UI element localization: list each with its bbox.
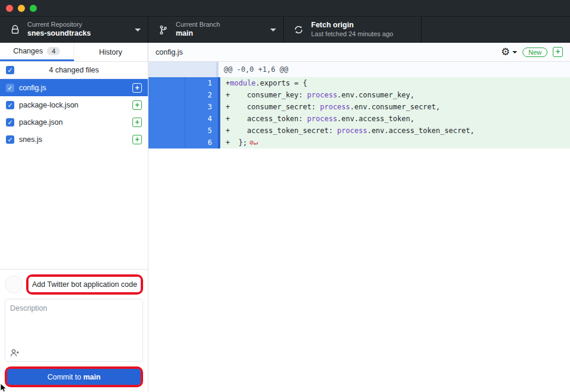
commit-summary-input[interactable] — [28, 277, 141, 292]
file-checkbox[interactable]: ✓ — [6, 84, 14, 92]
diff-line-3[interactable]: 3+ consumer_secret: process.env.consumer… — [148, 101, 570, 113]
sync-icon — [293, 24, 304, 35]
commit-button[interactable]: Commit to main — [7, 369, 141, 385]
old-line-number-gutter — [148, 137, 185, 148]
file-row-package.json[interactable]: ✓package.json+ — [0, 113, 148, 131]
titlebar — [0, 0, 570, 17]
changed-files-header: 4 changed files ✓ — [0, 62, 148, 79]
old-line-number-gutter — [148, 77, 185, 89]
added-status-icon: + — [132, 135, 142, 144]
current-repository-dropdown[interactable]: Current Repository snes-soundtracks — [0, 17, 148, 43]
commit-form: Commit to main — [0, 269, 148, 392]
added-status-icon: + — [132, 83, 142, 93]
old-line-number-gutter — [148, 101, 185, 113]
changed-file-list: ✓config.js+✓package-lock.json+✓package.j… — [0, 79, 148, 148]
diff-line-2[interactable]: 2+ consumer_key: process.env.consumer_ke… — [148, 89, 570, 101]
diff-body: @@ -0,0 +1,6 @@ 1+module.exports = {2+ c… — [148, 62, 570, 392]
repository-label: Current Repository — [27, 21, 91, 29]
commit-description-input[interactable] — [5, 299, 142, 346]
current-branch-dropdown[interactable]: Current Branch main — [148, 17, 284, 43]
changes-count-badge: 4 — [47, 47, 60, 55]
gear-dropdown-button[interactable]: ⚙ — [501, 47, 517, 57]
chevron-down-icon — [270, 29, 276, 31]
new-line-number: 1 — [185, 77, 218, 89]
new-line-number: 5 — [185, 125, 218, 137]
repository-name: snes-soundtracks — [27, 29, 91, 39]
hunk-header-row: @@ -0,0 +1,6 @@ — [148, 62, 570, 77]
chevron-down-icon — [512, 51, 517, 53]
commit-branch-name: main — [83, 373, 100, 381]
old-line-number-gutter — [148, 125, 185, 137]
added-status-icon: + — [132, 118, 142, 127]
diff-file-name: config.js — [156, 48, 183, 56]
old-line-number-gutter — [148, 89, 185, 101]
diff-header: config.js ⚙ New + — [148, 43, 570, 62]
lock-icon — [10, 24, 20, 35]
close-window-button[interactable] — [6, 5, 13, 12]
old-line-number-gutter — [148, 113, 185, 125]
diff-line-6[interactable]: 6+ };⊘↵ — [148, 137, 570, 148]
fetch-origin-button[interactable]: Fetch origin Last fetched 24 minutes ago — [284, 17, 422, 43]
summary-annotation-highlight — [26, 274, 143, 295]
added-status-icon: + — [132, 100, 142, 110]
commit-description-box — [5, 299, 143, 362]
chevron-down-icon — [135, 29, 141, 31]
toolbar-spacer — [422, 17, 570, 43]
no-newline-icon: ⊘↵ — [249, 138, 258, 147]
gear-icon: ⚙ — [501, 47, 510, 57]
github-desktop-window: Current Repository snes-soundtracks Curr… — [0, 0, 570, 392]
diff-panel: config.js ⚙ New + @@ -0,0 +1,6 @@ 1+modu… — [148, 43, 570, 392]
branch-name: main — [176, 29, 220, 39]
branch-icon — [158, 24, 169, 35]
file-name: package.json — [19, 118, 132, 127]
commit-button-annotation-highlight: Commit to main — [5, 366, 143, 387]
hunk-header-text: @@ -0,0 +1,6 @@ — [218, 62, 570, 77]
code-line-content: + };⊘↵ — [220, 137, 570, 148]
hunk-gutter — [148, 62, 218, 77]
new-line-number: 2 — [185, 89, 218, 101]
file-row-config.js[interactable]: ✓config.js+ — [0, 79, 148, 96]
file-name: package-lock.json — [19, 101, 132, 109]
minimize-window-button[interactable] — [18, 5, 25, 12]
new-line-number: 3 — [185, 101, 218, 113]
file-name: config.js — [19, 84, 132, 92]
add-coauthor-icon[interactable] — [10, 349, 20, 357]
file-checkbox[interactable]: ✓ — [6, 135, 14, 144]
expand-diff-button[interactable]: + — [553, 47, 563, 57]
tab-changes-label: Changes — [13, 47, 43, 55]
new-line-number: 4 — [185, 113, 218, 125]
tab-history-label: History — [99, 48, 122, 56]
sidebar-tabbar: Changes 4 History — [0, 43, 148, 62]
fetch-title: Fetch origin — [311, 21, 393, 30]
mouse-cursor — [0, 384, 7, 392]
code-line-content: + access_token: process.env.access_token… — [220, 113, 570, 125]
new-badge: New — [522, 48, 547, 57]
select-all-checkbox[interactable]: ✓ — [6, 66, 14, 74]
tab-history[interactable]: History — [74, 43, 148, 61]
file-name: snes.js — [19, 135, 132, 144]
code-line-content: +module.exports = { — [220, 77, 570, 89]
diff-line-5[interactable]: 5+ access_token_secret: process.env.acce… — [148, 125, 570, 137]
changed-files-count: 4 changed files — [0, 66, 148, 74]
diff-line-1[interactable]: 1+module.exports = { — [148, 77, 570, 89]
diff-lines: 1+module.exports = {2+ consumer_key: pro… — [148, 77, 570, 148]
sidebar-spacer — [0, 148, 148, 269]
tab-changes[interactable]: Changes 4 — [0, 43, 74, 61]
changes-sidebar: Changes 4 History 4 changed files ✓ ✓con… — [0, 43, 148, 392]
diff-line-4[interactable]: 4+ access_token: process.env.access_toke… — [148, 113, 570, 125]
new-line-number: 6 — [185, 137, 218, 148]
code-line-content: + consumer_secret: process.env.consumer_… — [220, 101, 570, 113]
code-line-content: + consumer_key: process.env.consumer_key… — [220, 89, 570, 101]
branch-label: Current Branch — [176, 21, 220, 29]
fetch-subtitle: Last fetched 24 minutes ago — [311, 30, 393, 39]
file-row-snes.js[interactable]: ✓snes.js+ — [0, 131, 148, 148]
zoom-window-button[interactable] — [30, 5, 37, 12]
toolbar: Current Repository snes-soundtracks Curr… — [0, 17, 570, 43]
file-checkbox[interactable]: ✓ — [6, 118, 14, 127]
file-row-package-lock.json[interactable]: ✓package-lock.json+ — [0, 96, 148, 113]
code-line-content: + access_token_secret: process.env.acces… — [220, 125, 570, 137]
avatar — [5, 276, 23, 293]
file-checkbox[interactable]: ✓ — [6, 101, 14, 109]
